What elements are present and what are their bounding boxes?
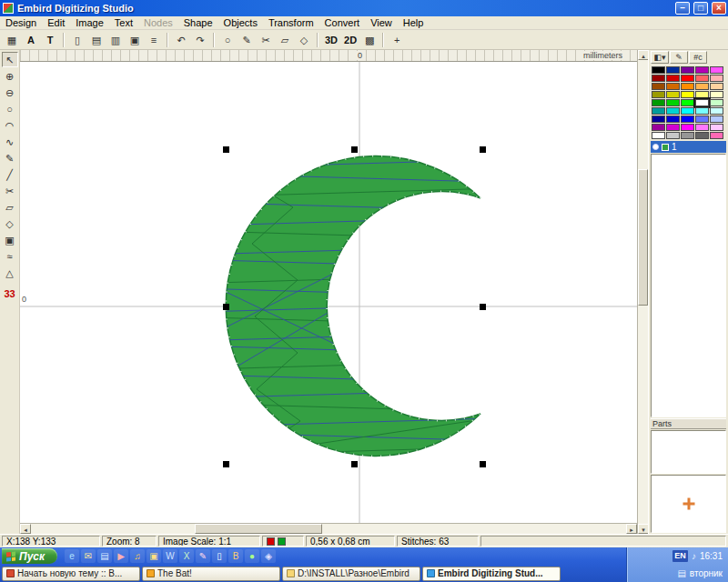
color-swatch[interactable] xyxy=(710,132,723,139)
vertical-scroll-thumb[interactable] xyxy=(638,169,648,306)
open-design-button[interactable]: ▤ xyxy=(87,32,106,48)
color-swatch[interactable] xyxy=(695,91,709,98)
pointer-tool[interactable]: ↖ xyxy=(2,52,18,67)
pattern-tool[interactable]: ≈ xyxy=(2,248,18,264)
center-origin-button[interactable]: + xyxy=(388,32,406,48)
color-swatch[interactable] xyxy=(681,83,694,90)
settings-icon[interactable]: ◈ xyxy=(261,549,276,563)
view-3d-button[interactable]: 3D xyxy=(322,32,340,48)
menu-item-design[interactable]: Design xyxy=(0,16,42,30)
paint-icon[interactable]: ✎ xyxy=(196,549,210,563)
color-swatch[interactable] xyxy=(666,132,680,139)
outline-button[interactable]: ◇ xyxy=(295,32,313,48)
color-swatch[interactable] xyxy=(710,124,723,131)
color-swatch[interactable] xyxy=(695,107,709,115)
color-swatch[interactable] xyxy=(652,132,665,139)
color-swatch[interactable] xyxy=(666,99,680,106)
color-swatch[interactable] xyxy=(652,66,665,74)
pencil-tool[interactable]: ✎ xyxy=(2,150,18,166)
triangle-tool[interactable]: △ xyxy=(2,265,18,280)
color-swatch[interactable] xyxy=(710,83,723,90)
mail-icon[interactable]: ✉ xyxy=(81,549,96,563)
color-swatch[interactable] xyxy=(695,66,709,74)
selection-handle[interactable] xyxy=(223,461,229,467)
color-swatch[interactable] xyxy=(652,107,665,115)
color-swatch[interactable] xyxy=(652,115,665,123)
color-swatch[interactable] xyxy=(652,83,665,90)
draw-button[interactable]: ✎ xyxy=(238,32,256,48)
menu-item-transform[interactable]: Transform xyxy=(263,16,319,30)
color-swatch[interactable] xyxy=(695,124,709,131)
drawing-surface[interactable]: 0 xyxy=(20,62,637,523)
scissors-tool[interactable]: ✂ xyxy=(2,183,18,198)
color-swatch[interactable] xyxy=(710,115,723,123)
notepad-icon[interactable]: ▯ xyxy=(212,549,227,563)
layer-row-selected[interactable]: 1 xyxy=(651,141,726,153)
color-swatch[interactable] xyxy=(652,124,665,131)
shape-tool[interactable]: ◇ xyxy=(2,216,18,231)
selection-handle[interactable] xyxy=(351,146,358,153)
color-swatch[interactable] xyxy=(710,91,723,98)
the-bat-icon[interactable]: B xyxy=(228,549,243,563)
volume-icon[interactable]: ♪ xyxy=(692,551,696,561)
selection-handle[interactable] xyxy=(480,461,486,467)
print-button[interactable]: ≡ xyxy=(145,32,163,48)
fill-tool[interactable]: ▣ xyxy=(2,232,18,247)
color-swatch[interactable] xyxy=(666,66,680,74)
zoom-in-tool[interactable]: ⊕ xyxy=(2,68,18,84)
color-swatch[interactable] xyxy=(666,75,680,82)
maximize-button[interactable]: □ xyxy=(693,2,708,15)
palette-style-button[interactable]: ◧▾ xyxy=(651,51,669,64)
color-swatch[interactable] xyxy=(710,99,723,106)
selection-handle[interactable] xyxy=(351,461,358,467)
color-swatch[interactable] xyxy=(695,83,709,90)
color-swatch[interactable] xyxy=(710,107,723,115)
color-swatch[interactable] xyxy=(695,75,709,82)
menu-item-help[interactable]: Help xyxy=(398,16,430,30)
language-indicator[interactable]: EN xyxy=(672,550,688,562)
object-list[interactable] xyxy=(651,154,726,417)
folder-icon[interactable]: ▣ xyxy=(147,549,161,563)
column-button[interactable]: ▱ xyxy=(276,32,294,48)
word-icon[interactable]: W xyxy=(163,549,177,563)
color-swatch[interactable] xyxy=(666,115,680,123)
palette-code-button[interactable]: #c xyxy=(689,51,707,64)
zoom-out-tool[interactable]: ⊖ xyxy=(2,85,18,100)
color-swatch[interactable] xyxy=(666,91,680,98)
wave-tool[interactable]: ∿ xyxy=(2,134,18,149)
selection-handle[interactable] xyxy=(480,146,486,153)
horizontal-scrollbar[interactable]: ◂ ▸ xyxy=(20,523,637,534)
start-button[interactable]: Пуск xyxy=(2,548,57,564)
task-button[interactable]: The Bat! xyxy=(142,567,280,581)
minimize-button[interactable]: – xyxy=(675,2,690,15)
media-player-icon[interactable]: ▶ xyxy=(114,549,128,563)
color-picker-button[interactable]: ✎ xyxy=(670,51,688,64)
color-swatch[interactable] xyxy=(681,99,694,106)
cut-button[interactable]: ✂ xyxy=(257,32,275,48)
internet-explorer-icon[interactable]: e xyxy=(65,549,79,563)
color-swatch[interactable] xyxy=(710,75,723,82)
menu-item-edit[interactable]: Edit xyxy=(42,16,70,30)
menu-item-nodes[interactable]: Nodes xyxy=(138,16,178,30)
design-canvas[interactable] xyxy=(20,62,637,523)
menu-item-convert[interactable]: Convert xyxy=(319,16,366,30)
arc-tool[interactable]: ◠ xyxy=(2,117,18,133)
tray-clock[interactable]: 16:31 xyxy=(700,551,723,561)
color-swatch[interactable] xyxy=(681,115,694,123)
color-swatch[interactable] xyxy=(695,132,709,139)
undo-button[interactable]: ↶ xyxy=(172,32,190,48)
scroll-left-arrow-icon[interactable]: ◂ xyxy=(20,524,31,534)
save-design-button[interactable]: ▣ xyxy=(126,32,144,48)
excel-icon[interactable]: X xyxy=(179,549,194,563)
menu-item-view[interactable]: View xyxy=(365,16,398,30)
music-player-icon[interactable]: ♫ xyxy=(130,549,145,563)
ellipse-button[interactable]: ○ xyxy=(218,32,237,48)
color-swatch[interactable] xyxy=(666,83,680,90)
redo-button[interactable]: ↷ xyxy=(191,32,209,48)
parts-preview-panel[interactable] xyxy=(651,475,726,533)
task-button[interactable]: Embird Digitizing Stud... xyxy=(422,567,561,581)
selection-handle[interactable] xyxy=(223,304,229,310)
color-swatch[interactable] xyxy=(681,91,694,98)
horizontal-scroll-thumb[interactable] xyxy=(195,524,322,534)
selection-handle[interactable] xyxy=(223,146,229,153)
